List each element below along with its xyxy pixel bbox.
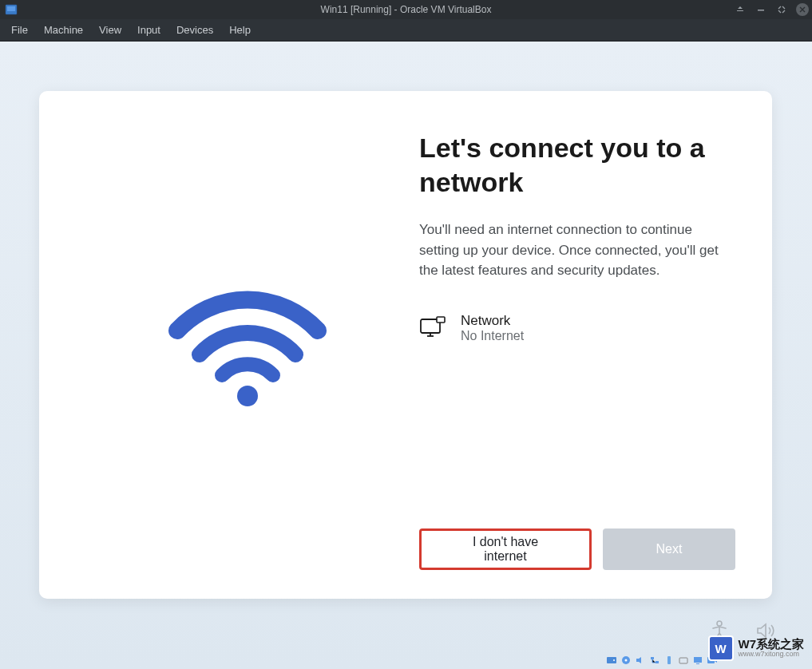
tray-optical-icon[interactable] [620,655,632,666]
monitor-icon [419,316,446,340]
page-heading: Let's connect you to a network [419,131,735,199]
svg-point-3 [237,386,258,406]
svg-rect-1 [7,6,15,11]
card-actions: I don't have internet Next [419,528,735,570]
svg-point-10 [613,659,615,661]
svg-rect-15 [667,656,671,664]
tray-audio-icon[interactable] [635,655,646,666]
next-button[interactable]: Next [603,528,735,570]
no-internet-button[interactable]: I don't have internet [419,528,592,570]
menu-help[interactable]: Help [221,21,259,39]
minimize-icon[interactable] [755,3,767,16]
network-text: Network No Internet [461,313,524,343]
menu-file[interactable]: File [3,21,36,39]
svg-rect-13 [651,657,654,659]
svg-point-8 [717,621,722,626]
watermark: W W7系统之家 www.w7xitong.com [708,635,805,661]
card-content: Let's connect you to a network You'll ne… [419,123,735,567]
tray-network-icon[interactable] [649,655,660,666]
svg-rect-2 [758,10,764,11]
page-description: You'll need an internet connection to co… [419,220,735,281]
menu-view[interactable]: View [91,21,129,39]
menu-machine[interactable]: Machine [36,21,91,39]
virtualbox-app-icon [5,3,18,16]
detach-icon[interactable] [734,3,747,16]
svg-point-12 [625,659,628,662]
watermark-text: W7系统之家 www.w7xitong.com [739,638,805,659]
network-name: Network [461,313,524,329]
svg-rect-7 [437,317,445,323]
setup-card: Let's connect you to a network You'll ne… [39,91,772,599]
wifi-icon [160,281,335,409]
window-controls [734,3,809,16]
watermark-title: W7系统之家 [739,638,805,651]
maximize-icon[interactable] [775,3,788,16]
svg-rect-14 [656,661,659,663]
window-title: Win11 [Running] - Oracle VM VirtualBox [321,4,492,15]
tray-hdd-icon[interactable] [606,655,617,666]
titlebar: Win11 [Running] - Oracle VM VirtualBox [0,0,812,19]
svg-rect-18 [696,663,699,664]
network-item[interactable]: Network No Internet [419,308,735,348]
svg-rect-9 [607,657,616,663]
svg-rect-17 [694,657,702,663]
tray-usb-icon[interactable] [663,655,675,666]
close-icon[interactable] [796,3,809,16]
card-illustration [76,123,419,567]
tray-display-icon[interactable] [692,655,703,666]
watermark-logo: W [708,635,734,661]
menu-devices[interactable]: Devices [168,21,221,39]
watermark-url: www.w7xitong.com [739,651,805,659]
tray-shared-icon[interactable] [678,655,689,666]
menubar: File Machine View Input Devices Help [0,19,812,42]
vb-status-tray [606,655,718,666]
svg-rect-16 [679,658,687,663]
network-status: No Internet [461,329,524,343]
vm-display: Let's connect you to a network You'll ne… [0,42,812,669]
menu-input[interactable]: Input [129,21,168,39]
